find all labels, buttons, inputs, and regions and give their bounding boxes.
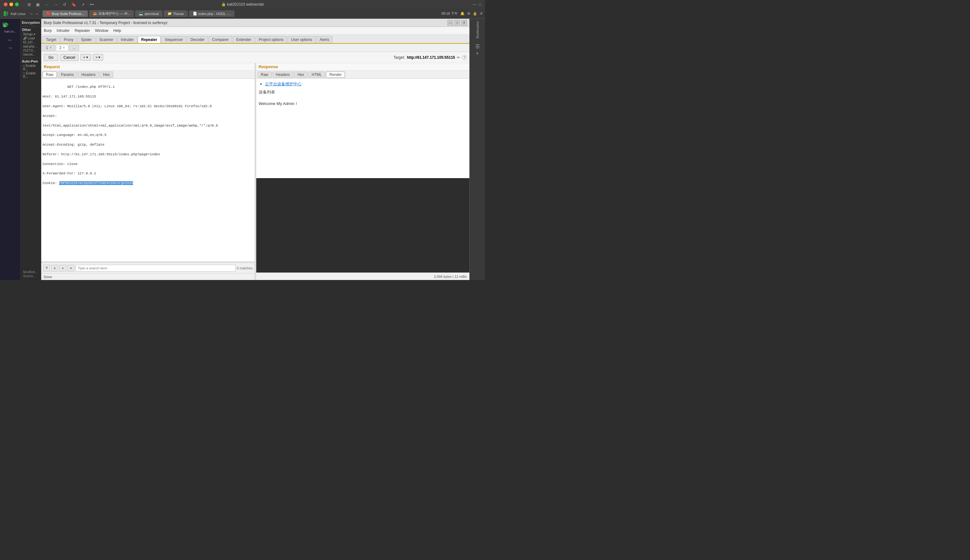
request-hscroll[interactable] bbox=[41, 261, 255, 262]
menu-window[interactable]: Window bbox=[95, 28, 108, 33]
sidebar-add-icon[interactable]: + bbox=[476, 51, 479, 56]
browser-tab-vscode[interactable]: 📄 index.php - HODL -... bbox=[189, 10, 235, 17]
search-prev-btn[interactable]: < bbox=[51, 265, 58, 272]
tab-spider[interactable]: Spider bbox=[78, 36, 95, 43]
search-help-btn[interactable]: ? bbox=[43, 265, 50, 272]
tab-intruder[interactable]: Intruder bbox=[117, 36, 137, 43]
repeater-tab-2[interactable]: 2 ✕ bbox=[56, 45, 69, 51]
tab-alerts[interactable]: Alerts bbox=[316, 36, 333, 43]
res-tab-html[interactable]: HTML bbox=[308, 72, 325, 78]
clock-display: 09:18 下午 bbox=[441, 11, 458, 16]
req-tab-raw[interactable]: Raw bbox=[42, 72, 57, 78]
res-tab-hex[interactable]: Hex bbox=[294, 72, 308, 78]
full-layout: ⊞ ▣ ← → ↺ 🔖 ↗ ••• 🔒 kali202103 webseclab… bbox=[0, 0, 485, 280]
icon-refresh[interactable]: ↺ bbox=[63, 2, 66, 7]
tab-extender[interactable]: Extender bbox=[233, 36, 255, 43]
encryption-section-label[interactable]: Encryption bbox=[22, 21, 40, 24]
response-link[interactable]: 云平台设备维护中心 bbox=[265, 82, 302, 86]
window-maximize-icon[interactable]: □ bbox=[479, 2, 481, 7]
nav-back-icon[interactable]: ← bbox=[29, 11, 33, 16]
browser-tab-thunar[interactable]: 📁 Thunar bbox=[164, 10, 188, 17]
enable-r2: □ Enable R... bbox=[22, 71, 40, 79]
icon-back[interactable]: ← bbox=[45, 2, 49, 7]
kali-nav-buttons: ← → bbox=[1, 37, 19, 51]
kali-linux-text: Kali Lin... bbox=[1, 29, 19, 34]
next-button[interactable]: > ▾ bbox=[93, 54, 103, 61]
repeater-tab-1[interactable]: 1 ✕ bbox=[42, 45, 55, 51]
vscode-icon: 📄 bbox=[193, 12, 197, 16]
cancel-button[interactable]: Cancel bbox=[60, 54, 78, 61]
other-section-label[interactable]: Other bbox=[22, 28, 40, 32]
req-tab-hex[interactable]: Hex bbox=[100, 72, 113, 78]
go-button[interactable]: Go bbox=[44, 54, 58, 61]
menu-help[interactable]: Help bbox=[113, 28, 121, 33]
notification-icon[interactable]: 🔔 bbox=[460, 12, 465, 16]
burp-window-controls: — □ ✕ bbox=[448, 20, 467, 26]
refresh-icon[interactable]: ↺ bbox=[480, 12, 482, 16]
icon-window[interactable]: ▣ bbox=[36, 2, 40, 7]
target-help-icon[interactable]: ? bbox=[462, 55, 467, 60]
res-tab-raw[interactable]: Raw bbox=[258, 72, 272, 78]
strings-item[interactable]: Strings ▾ bbox=[22, 32, 40, 36]
res-tab-headers[interactable]: Headers bbox=[272, 72, 293, 78]
request-header: Request bbox=[41, 63, 255, 71]
bookmarks-label[interactable]: Bookmarks bbox=[476, 21, 479, 38]
minimize-button[interactable] bbox=[9, 2, 13, 6]
browser-tab-device[interactable]: 🦊 设备维护中心 — M... bbox=[89, 10, 134, 17]
prev-button[interactable]: < ▾ bbox=[80, 54, 91, 61]
search-add-btn[interactable]: + bbox=[59, 265, 66, 272]
tab-2-label: 2 bbox=[59, 46, 62, 50]
icon-more[interactable]: ••• bbox=[90, 2, 94, 7]
icon-share[interactable]: ↗ bbox=[81, 2, 85, 7]
maximize-button[interactable] bbox=[15, 2, 19, 6]
menu-intruder[interactable]: Intruder bbox=[57, 28, 69, 33]
close-button[interactable] bbox=[4, 2, 8, 6]
icon-forward[interactable]: → bbox=[54, 2, 58, 7]
load-item[interactable]: 🔗 Load bbox=[22, 36, 40, 40]
kali-forward-btn[interactable]: → bbox=[1, 45, 19, 51]
target-edit-icon[interactable]: ✏ bbox=[457, 55, 460, 60]
res-tab-render[interactable]: Render bbox=[326, 72, 345, 78]
tab-target[interactable]: Target bbox=[42, 36, 60, 43]
burp-close-btn[interactable]: ✕ bbox=[461, 20, 467, 26]
req-tab-headers[interactable]: Headers bbox=[78, 72, 99, 78]
enable-r1: □ Enable R... bbox=[22, 64, 40, 71]
search-input[interactable] bbox=[76, 265, 236, 272]
browser-tab-burp[interactable]: 🔴 Burp Suite Professi... bbox=[42, 10, 88, 17]
tab-scanner[interactable]: Scanner bbox=[96, 36, 117, 43]
tab-sequencer[interactable]: Sequencer bbox=[161, 36, 186, 43]
kali-back-btn[interactable]: ← bbox=[1, 37, 19, 43]
app-row: 🐲 Kali Lin... ← → Encryption Other Strin… bbox=[0, 19, 485, 280]
tab-2-close[interactable]: ✕ bbox=[62, 46, 65, 49]
browser-tab-terminal[interactable]: 💻 qterminal bbox=[135, 10, 162, 17]
window-minimize-icon[interactable]: — bbox=[473, 2, 477, 7]
menu-repeater[interactable]: Repeater bbox=[75, 28, 90, 33]
tab-1-close[interactable]: ✕ bbox=[49, 46, 52, 49]
settings-icon[interactable]: ⚙ bbox=[467, 12, 470, 16]
request-accept-enc: Accept-Encoding: gzip, deflate bbox=[42, 143, 104, 147]
request-content-area[interactable]: GET /index.php HTTP/1.1 Host: 61.147.171… bbox=[41, 79, 255, 261]
menu-burp[interactable]: Burp bbox=[44, 28, 52, 33]
auto-pwn-label[interactable]: Auto-Pwn bbox=[22, 59, 40, 63]
nav-forward-icon[interactable]: → bbox=[35, 11, 39, 16]
icon-bookmark[interactable]: 🔖 bbox=[71, 2, 76, 7]
repeater-tab-more[interactable]: ... bbox=[69, 45, 79, 51]
burp-minimize-btn[interactable]: — bbox=[448, 20, 453, 26]
icon-grid[interactable]: ⊞ bbox=[28, 2, 31, 7]
request-panel: Request Raw Params Headers Hex GET /inde… bbox=[41, 63, 255, 280]
tab-project-options[interactable]: Project options bbox=[255, 36, 287, 43]
sidebar-expand-icon[interactable]: ☰ bbox=[475, 43, 480, 49]
burp-maximize-btn[interactable]: □ bbox=[454, 20, 460, 26]
request-cookie: Cookie: PHPSESSID=mc5p3623flhm54cd4corge… bbox=[42, 181, 133, 185]
tab-comparer[interactable]: Comparer bbox=[209, 36, 232, 43]
target-info: Target: http://61.147.171.105:55115 ✏ ? bbox=[393, 55, 467, 60]
tab-user-options[interactable]: User options bbox=[288, 36, 315, 43]
tab-repeater[interactable]: Repeater bbox=[138, 36, 161, 43]
search-next-btn[interactable]: > bbox=[68, 265, 74, 272]
response-list-text: 设备列表 bbox=[259, 89, 467, 95]
lock-icon[interactable]: 🔒 bbox=[473, 12, 477, 16]
tab-proxy[interactable]: Proxy bbox=[60, 36, 77, 43]
tab-decoder[interactable]: Decoder bbox=[187, 36, 208, 43]
target-label: Target: bbox=[393, 55, 405, 60]
req-tab-params[interactable]: Params bbox=[58, 72, 77, 78]
